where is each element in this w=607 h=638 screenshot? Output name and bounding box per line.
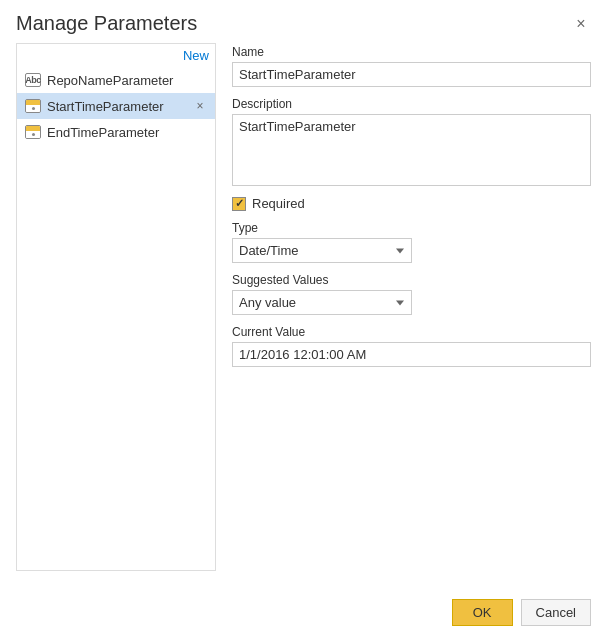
description-label: Description bbox=[232, 97, 591, 111]
current-value-input[interactable] bbox=[232, 342, 591, 367]
param-item-end[interactable]: EndTimeParameter bbox=[17, 119, 215, 145]
calendar-icon-start bbox=[25, 98, 41, 114]
dialog-title: Manage Parameters bbox=[16, 12, 197, 35]
required-label[interactable]: Required bbox=[252, 196, 305, 211]
current-value-group: Current Value bbox=[232, 325, 591, 367]
name-input[interactable] bbox=[232, 62, 591, 87]
type-group: Type Date/Time Text Number Date Time Dur… bbox=[232, 221, 591, 263]
calendar-icon-end bbox=[25, 124, 41, 140]
param-label-end: EndTimeParameter bbox=[47, 125, 207, 140]
param-list: Abc RepoNameParameter StartTimeParameter… bbox=[17, 67, 215, 570]
close-button[interactable]: × bbox=[571, 14, 591, 34]
name-label: Name bbox=[232, 45, 591, 59]
suggested-group: Suggested Values Any value List of value… bbox=[232, 273, 591, 315]
param-item-repo[interactable]: Abc RepoNameParameter bbox=[17, 67, 215, 93]
new-link[interactable]: New bbox=[183, 48, 209, 63]
dialog-footer: OK Cancel bbox=[0, 587, 607, 638]
suggested-select[interactable]: Any value List of values bbox=[232, 290, 412, 315]
param-item-start[interactable]: StartTimeParameter × bbox=[17, 93, 215, 119]
type-select[interactable]: Date/Time Text Number Date Time Duration… bbox=[232, 238, 412, 263]
dialog-body: New Abc RepoNameParameter bbox=[0, 43, 607, 587]
suggested-select-wrapper: Any value List of values bbox=[232, 290, 412, 315]
cancel-button[interactable]: Cancel bbox=[521, 599, 591, 626]
left-panel-header: New bbox=[17, 44, 215, 67]
right-panel: Name Description StartTimeParameter ✓ Re… bbox=[232, 43, 591, 571]
param-label-start: StartTimeParameter bbox=[47, 99, 187, 114]
ok-button[interactable]: OK bbox=[452, 599, 513, 626]
manage-parameters-dialog: Manage Parameters × New Abc RepoNamePara… bbox=[0, 0, 607, 638]
titlebar: Manage Parameters × bbox=[0, 0, 607, 43]
current-value-label: Current Value bbox=[232, 325, 591, 339]
left-panel: New Abc RepoNameParameter bbox=[16, 43, 216, 571]
checkmark-icon: ✓ bbox=[235, 197, 244, 210]
required-checkbox[interactable]: ✓ bbox=[232, 197, 246, 211]
abc-icon: Abc bbox=[25, 72, 41, 88]
description-textarea[interactable]: StartTimeParameter bbox=[232, 114, 591, 186]
param-close-start[interactable]: × bbox=[193, 99, 207, 113]
required-row: ✓ Required bbox=[232, 196, 591, 211]
type-label: Type bbox=[232, 221, 591, 235]
type-select-wrapper: Date/Time Text Number Date Time Duration… bbox=[232, 238, 412, 263]
suggested-label: Suggested Values bbox=[232, 273, 591, 287]
name-group: Name bbox=[232, 45, 591, 87]
description-group: Description StartTimeParameter bbox=[232, 97, 591, 186]
param-label-repo: RepoNameParameter bbox=[47, 73, 207, 88]
